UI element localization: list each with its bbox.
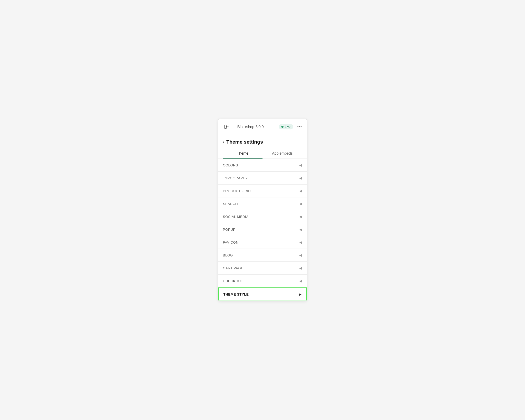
menu-item-product-grid[interactable]: PRODUCT GRID ◀ [218,185,307,197]
theme-name: Blockshop-8.0.0 [237,125,276,129]
menu-item-favicon[interactable]: FAVICON ◀ [218,236,307,249]
settings-menu-list: COLORS ◀ TYPOGRAPHY ◀ PRODUCT GRID ◀ SEA… [218,159,307,301]
chevron-left-icon: ◀ [299,214,302,219]
live-dot [281,126,284,128]
chevron-left-icon: ◀ [299,202,302,206]
back-to-themes-button[interactable] [222,123,231,131]
more-dot-2 [299,126,300,127]
back-button[interactable]: ‹ [223,140,224,144]
chevron-left-icon: ◀ [299,163,302,167]
chevron-left-icon: ◀ [299,266,302,270]
live-label: Live [285,125,291,129]
menu-item-colors[interactable]: COLORS ◀ [218,159,307,172]
top-bar: Blockshop-8.0.0 Live [218,119,307,135]
menu-item-theme-style[interactable]: THEME STYLE ▶ [218,287,307,301]
chevron-right-icon: ▶ [299,292,302,296]
chevron-left-icon: ◀ [299,240,302,244]
chevron-left-icon: ◀ [299,227,302,232]
exit-icon [224,124,229,129]
chevron-left-icon: ◀ [299,279,302,283]
menu-item-search[interactable]: SEARCH ◀ [218,197,307,210]
chevron-left-icon: ◀ [299,189,302,193]
more-dot-3 [301,126,302,127]
menu-item-social-media[interactable]: SOCIAL MEDIA ◀ [218,210,307,223]
tabs-row: Theme App embeds [223,149,302,159]
header-section: ‹ Theme settings Theme App embeds [218,135,307,159]
menu-item-checkout[interactable]: CHECKOUT ◀ [218,275,307,287]
more-dot-1 [297,126,298,127]
menu-item-popup[interactable]: POPUP ◀ [218,223,307,236]
tab-theme[interactable]: Theme [223,149,262,159]
live-badge: Live [279,124,293,129]
tab-app-embeds[interactable]: App embeds [262,149,302,159]
menu-item-blog[interactable]: BLOG ◀ [218,249,307,262]
menu-item-typography[interactable]: TYPOGRAPHY ◀ [218,172,307,185]
menu-item-cart-page[interactable]: CART PAGE ◀ [218,262,307,275]
chevron-left-icon: ◀ [299,176,302,180]
theme-settings-panel: Blockshop-8.0.0 Live ‹ Theme settings Th… [218,119,307,301]
back-title-row: ‹ Theme settings [223,139,302,145]
divider [234,124,234,130]
page-title: Theme settings [226,139,263,145]
more-options-button[interactable] [296,125,303,128]
chevron-left-icon: ◀ [299,253,302,257]
